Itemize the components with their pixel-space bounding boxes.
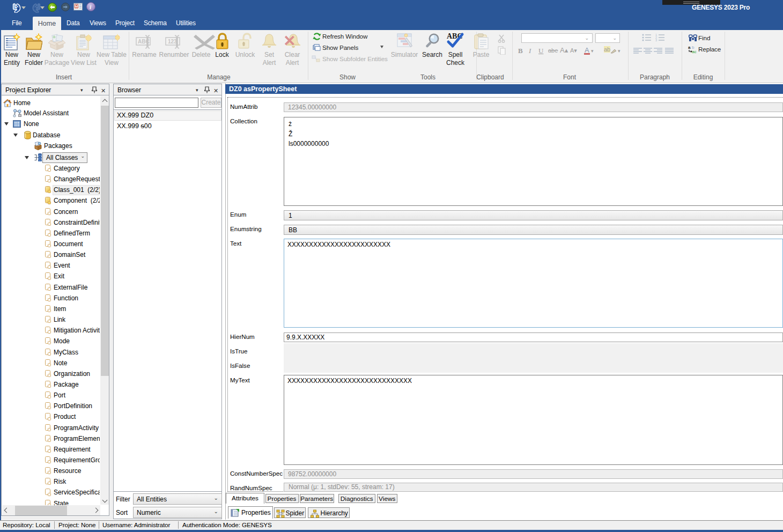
svg-text:ac: ac [692,49,696,54]
svg-text:123: 123 [168,39,177,45]
svg-text:3: 3 [655,39,657,42]
svg-text:a: a [688,45,691,50]
